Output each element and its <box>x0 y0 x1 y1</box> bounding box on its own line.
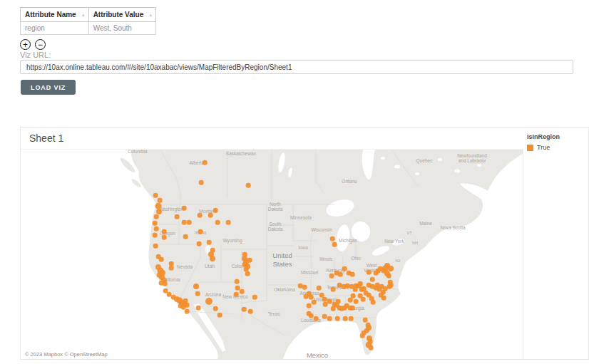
map-mark[interactable] <box>153 193 158 198</box>
map-mark[interactable] <box>175 214 180 219</box>
map-mark[interactable] <box>163 281 168 286</box>
map-mark[interactable] <box>307 303 312 308</box>
map-mark[interactable] <box>182 220 187 225</box>
map-mark[interactable] <box>203 160 208 165</box>
basemap <box>21 150 523 359</box>
map-mark[interactable] <box>389 283 394 288</box>
map-mark[interactable] <box>156 209 162 214</box>
remove-attribute-button[interactable]: − <box>35 39 46 50</box>
map-mark[interactable] <box>337 306 342 311</box>
map-mark[interactable] <box>208 213 213 218</box>
map-mark[interactable] <box>195 291 200 296</box>
map-mark[interactable] <box>332 242 337 247</box>
table-cell[interactable]: West, South <box>88 22 156 35</box>
map-mark[interactable] <box>234 292 239 297</box>
map-mark[interactable] <box>240 289 245 294</box>
map-mark[interactable] <box>330 236 335 241</box>
map-mark[interactable] <box>322 314 327 319</box>
map-mark[interactable] <box>322 297 327 302</box>
map-mark[interactable] <box>335 316 340 321</box>
map-mark[interactable] <box>154 214 159 219</box>
map-mark[interactable] <box>338 272 343 277</box>
map-mark[interactable] <box>351 293 356 298</box>
map-mark[interactable] <box>312 300 317 305</box>
map-mark[interactable] <box>247 258 252 263</box>
map-mark[interactable] <box>162 229 167 234</box>
sort-icon: ▲ <box>81 13 86 17</box>
map-mark[interactable] <box>381 296 386 301</box>
map-mark[interactable] <box>162 235 167 240</box>
map-mark[interactable] <box>360 333 365 338</box>
map-mark[interactable] <box>248 309 253 314</box>
map-mark[interactable] <box>158 198 163 203</box>
map-mark[interactable] <box>199 180 204 185</box>
map-mark[interactable] <box>198 213 203 218</box>
map-mark[interactable] <box>317 286 322 291</box>
column-header[interactable]: Attribute Value▲ <box>88 8 156 22</box>
map-mark[interactable] <box>226 220 231 225</box>
map-mark[interactable] <box>361 297 366 302</box>
map-mark[interactable] <box>348 298 353 303</box>
add-attribute-button[interactable]: + <box>20 39 31 50</box>
column-header[interactable]: Attribute Name▲ <box>21 8 89 22</box>
map-mark[interactable] <box>198 229 203 234</box>
legend-swatch <box>527 145 533 151</box>
map-mark[interactable] <box>329 274 334 279</box>
map-mark[interactable] <box>353 287 358 292</box>
map-mark[interactable] <box>350 272 355 277</box>
map-mark[interactable] <box>314 316 319 321</box>
map-mark[interactable] <box>183 234 188 239</box>
map-mark[interactable] <box>331 287 336 292</box>
map-mark[interactable] <box>252 295 257 300</box>
map-mark[interactable] <box>153 221 158 226</box>
map-mark[interactable] <box>309 295 314 300</box>
map-mark[interactable] <box>153 244 158 249</box>
map-mark[interactable] <box>153 233 158 238</box>
map-mark[interactable] <box>197 241 202 246</box>
map-mark[interactable] <box>217 313 222 318</box>
map-attribution: © 2023 Mapbox © OpenStreetMap <box>23 351 110 358</box>
map-mark[interactable] <box>207 240 212 245</box>
map-mark[interactable] <box>349 316 354 321</box>
map-mark[interactable] <box>210 256 215 261</box>
map-mark[interactable] <box>363 318 368 323</box>
load-viz-button[interactable]: LOAD VIZ <box>21 80 76 95</box>
map-mark[interactable] <box>159 257 164 262</box>
map-mark[interactable] <box>246 183 251 188</box>
map-mark[interactable] <box>354 299 359 304</box>
map-mark[interactable] <box>196 306 201 311</box>
table-cell[interactable]: region <box>21 22 89 35</box>
map-mark[interactable] <box>235 279 240 284</box>
map-mark[interactable] <box>205 298 212 305</box>
map-mark[interactable] <box>309 313 314 318</box>
map-mark[interactable] <box>367 270 372 275</box>
map-mark[interactable] <box>182 206 187 211</box>
map-canvas[interactable]: ColumbiaAlbertaSaskatchewanOntarioQuebec… <box>21 149 523 359</box>
map-mark[interactable] <box>342 266 347 271</box>
map-mark[interactable] <box>215 220 220 225</box>
map-mark[interactable] <box>343 316 348 321</box>
map-mark[interactable] <box>185 309 190 314</box>
map-mark[interactable] <box>245 271 250 276</box>
map-mark[interactable] <box>327 299 332 304</box>
map-mark[interactable] <box>369 345 374 350</box>
viz-url-input[interactable] <box>20 60 573 74</box>
map-mark[interactable] <box>370 277 375 282</box>
map-mark[interactable] <box>185 303 190 308</box>
map-mark[interactable] <box>386 274 391 279</box>
map-mark[interactable] <box>302 285 307 290</box>
attribute-table: Attribute Name▲Attribute Value▲ regionWe… <box>20 7 156 35</box>
legend-item[interactable]: True <box>527 144 584 151</box>
map-mark[interactable] <box>193 284 199 289</box>
map-mark[interactable] <box>169 266 174 271</box>
map-mark[interactable] <box>304 294 309 299</box>
map-mark[interactable] <box>213 208 218 213</box>
map-mark[interactable] <box>327 316 332 321</box>
map-mark[interactable] <box>371 300 376 305</box>
map-mark[interactable] <box>154 227 159 232</box>
map-mark[interactable] <box>187 220 192 225</box>
map-mark[interactable] <box>213 306 218 311</box>
map-mark[interactable] <box>242 307 247 312</box>
legend: IsInRegion True <box>527 133 584 151</box>
map-mark[interactable] <box>350 306 355 311</box>
